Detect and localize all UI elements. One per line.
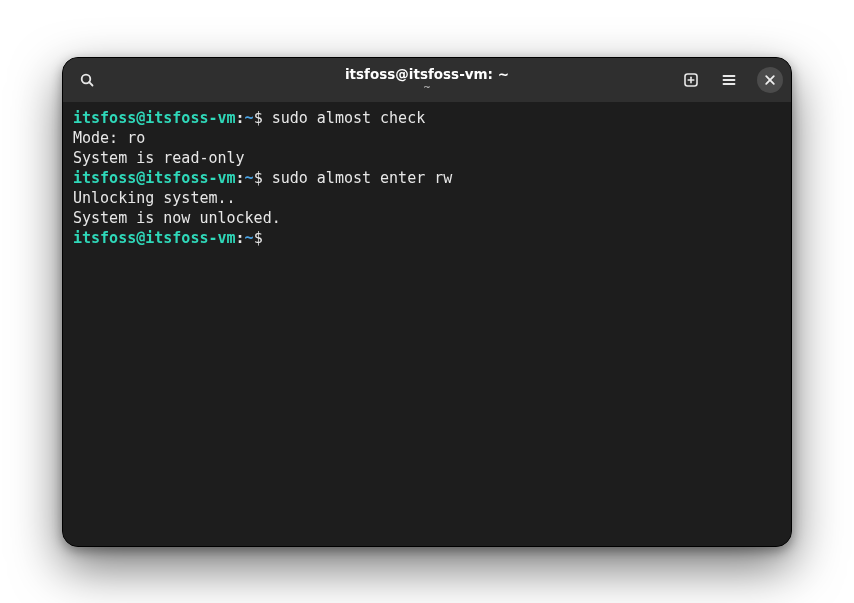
prompt-dollar: $: [254, 169, 263, 187]
prompt-user-host: itsfoss@itsfoss-vm: [73, 109, 236, 127]
menu-button[interactable]: [713, 64, 745, 96]
close-icon: [764, 74, 776, 86]
search-icon: [79, 72, 95, 88]
output-text: Mode: ro: [73, 129, 145, 147]
prompt-path: ~: [245, 169, 254, 187]
output-text: System is read-only: [73, 149, 245, 167]
terminal-prompt-line: itsfoss@itsfoss-vm:~$: [73, 228, 781, 248]
prompt-dollar: $: [254, 109, 263, 127]
terminal-output-line: Mode: ro: [73, 128, 781, 148]
window-subtitle: ~: [423, 83, 431, 92]
titlebar: itsfoss@itsfoss-vm: ~ ~: [63, 58, 791, 102]
new-tab-icon: [683, 72, 699, 88]
new-tab-button[interactable]: [675, 64, 707, 96]
prompt-path: ~: [245, 229, 254, 247]
prompt-user-host: itsfoss@itsfoss-vm: [73, 169, 236, 187]
terminal-output-line: System is read-only: [73, 148, 781, 168]
prompt-path: ~: [245, 109, 254, 127]
output-text: System is now unlocked.: [73, 209, 281, 227]
prompt-colon: :: [236, 109, 245, 127]
terminal-window: itsfoss@itsfoss-vm: ~ ~: [62, 57, 792, 547]
prompt-colon: :: [236, 229, 245, 247]
prompt-command: [263, 229, 272, 247]
prompt-colon: :: [236, 169, 245, 187]
terminal-body[interactable]: itsfoss@itsfoss-vm:~$ sudo almost checkM…: [63, 102, 791, 546]
prompt-command: sudo almost enter rw: [263, 169, 453, 187]
close-button[interactable]: [757, 67, 783, 93]
hamburger-menu-icon: [721, 72, 737, 88]
search-button[interactable]: [71, 64, 103, 96]
terminal-output-line: Unlocking system..: [73, 188, 781, 208]
output-text: Unlocking system..: [73, 189, 236, 207]
terminal-prompt-line: itsfoss@itsfoss-vm:~$ sudo almost check: [73, 108, 781, 128]
window-title: itsfoss@itsfoss-vm: ~: [345, 67, 509, 82]
prompt-dollar: $: [254, 229, 263, 247]
prompt-user-host: itsfoss@itsfoss-vm: [73, 229, 236, 247]
svg-line-1: [89, 82, 92, 85]
terminal-prompt-line: itsfoss@itsfoss-vm:~$ sudo almost enter …: [73, 168, 781, 188]
terminal-output-line: System is now unlocked.: [73, 208, 781, 228]
prompt-command: sudo almost check: [263, 109, 426, 127]
